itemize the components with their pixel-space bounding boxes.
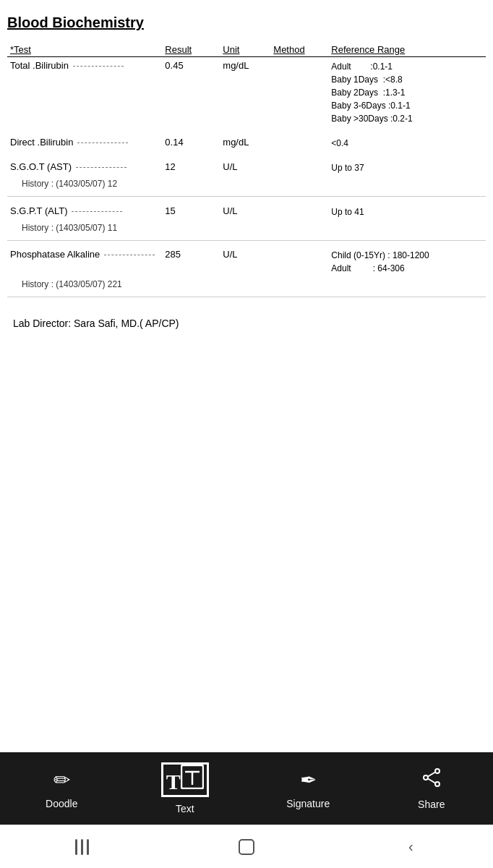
- svg-point-3: [435, 769, 440, 773]
- spacer-row: [7, 297, 486, 303]
- nav-home[interactable]: [225, 833, 268, 861]
- svg-line-6: [428, 772, 435, 776]
- reference-cell: Adult :0.1-1 Baby 1Days :<8.8 Baby 2Days…: [328, 57, 486, 129]
- reference-cell: <0.4: [328, 134, 486, 153]
- history-row: History : (1403/05/07) 221: [7, 278, 486, 297]
- reference-cell: Child (0-15Yr) : 180-1200 Adult : 64-306: [328, 246, 486, 278]
- table-row: Total .Bilirubin0.45mg/dLAdult :0.1-1 Ba…: [7, 57, 486, 129]
- svg-point-4: [424, 775, 428, 780]
- lab-table: *Test Result Unit Method Reference Range…: [7, 43, 486, 303]
- history-cell: History : (1403/05/07) 221: [7, 278, 486, 297]
- test-dash: [77, 142, 128, 143]
- header-method: Method: [270, 43, 328, 57]
- text-button[interactable]: Text: [149, 762, 221, 814]
- test-name: Total .Bilirubin: [10, 60, 69, 71]
- share-button[interactable]: Share: [395, 767, 468, 810]
- history-cell: History : (1403/05/07) 12: [7, 177, 486, 197]
- result-cell: 0.45: [162, 57, 220, 129]
- method-cell: [270, 134, 328, 153]
- result-cell: 0.14: [162, 134, 220, 153]
- doodle-icon: ✏: [53, 768, 70, 792]
- test-name: Direct .Bilirubin: [10, 137, 73, 148]
- test-name-cell: S.G.O.T (AST): [7, 158, 162, 177]
- method-cell: [270, 57, 328, 129]
- reference-cell: Up to 41: [328, 203, 486, 221]
- table-row: Direct .Bilirubin0.14mg/dL<0.4: [7, 134, 486, 153]
- result-cell: 285: [162, 246, 220, 278]
- spacer-row: [7, 197, 486, 203]
- test-name: S.G.P.T (ALT): [10, 205, 67, 216]
- signature-button[interactable]: ✒ Signature: [272, 768, 344, 809]
- signature-label: Signature: [286, 798, 330, 809]
- header-test: *Test: [7, 43, 162, 57]
- test-name: Phosphatase Alkaline: [10, 249, 100, 260]
- unit-cell: U/L: [220, 158, 270, 177]
- history-row: History : (1403/05/07) 12: [7, 177, 486, 197]
- header-result: Result: [162, 43, 220, 57]
- unit-cell: mg/dL: [220, 57, 270, 129]
- lab-director: Lab Director: Sara Safi, MD.( AP/CP): [7, 318, 486, 329]
- bottom-toolbar: ✏ Doodle Text ✒ Signature Share: [0, 752, 493, 825]
- result-cell: 15: [162, 203, 220, 221]
- result-cell: 12: [162, 158, 220, 177]
- test-dash: [72, 211, 122, 212]
- test-name-cell: S.G.P.T (ALT): [7, 203, 162, 221]
- doodle-button[interactable]: ✏ Doodle: [25, 768, 98, 809]
- spacer-row: [7, 153, 486, 158]
- method-cell: [270, 203, 328, 221]
- unit-cell: U/L: [220, 203, 270, 221]
- spacer-row: [7, 128, 486, 134]
- page-title: Blood Biochemistry: [7, 14, 486, 31]
- unit-cell: U/L: [220, 246, 270, 278]
- nav-recents[interactable]: [61, 833, 104, 861]
- text-icon: [161, 762, 209, 797]
- method-cell: [270, 158, 328, 177]
- header-unit: Unit: [220, 43, 270, 57]
- svg-point-5: [435, 782, 440, 786]
- test-name-cell: Phosphatase Alkaline: [7, 246, 162, 278]
- test-dash: [76, 167, 127, 168]
- table-row: S.G.O.T (AST)12U/LUp to 37: [7, 158, 486, 177]
- test-dash: [73, 66, 124, 67]
- table-row: Phosphatase Alkaline285U/LChild (0-15Yr)…: [7, 246, 486, 278]
- history-cell: History : (1403/05/07) 11: [7, 221, 486, 241]
- nav-bar: ‹: [0, 825, 493, 868]
- share-icon: [421, 767, 442, 793]
- test-name-cell: Total .Bilirubin: [7, 57, 162, 129]
- svg-line-7: [428, 778, 435, 783]
- back-icon: ‹: [408, 838, 413, 855]
- method-cell: [270, 246, 328, 278]
- header-reference: Reference Range: [328, 43, 486, 57]
- test-name-cell: Direct .Bilirubin: [7, 134, 162, 153]
- home-icon: [239, 839, 254, 855]
- share-label: Share: [418, 799, 445, 810]
- recents-icon: [75, 839, 89, 855]
- test-name: S.G.O.T (AST): [10, 161, 72, 172]
- text-label: Text: [176, 803, 194, 814]
- reference-cell: Up to 37: [328, 158, 486, 177]
- signature-icon: ✒: [300, 768, 317, 792]
- test-dash: [104, 255, 155, 255]
- table-row: S.G.P.T (ALT)15U/LUp to 41: [7, 203, 486, 221]
- unit-cell: mg/dL: [220, 134, 270, 153]
- spacer-row: [7, 240, 486, 246]
- history-row: History : (1403/05/07) 11: [7, 221, 486, 241]
- nav-back[interactable]: ‹: [389, 833, 432, 861]
- doodle-label: Doodle: [46, 798, 77, 809]
- content-area: Blood Biochemistry *Test Result Unit Met…: [0, 0, 493, 336]
